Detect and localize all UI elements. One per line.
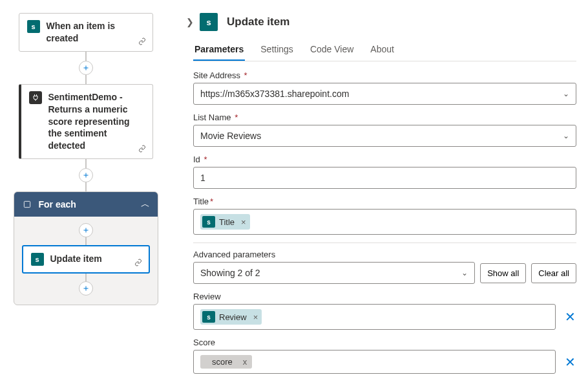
trigger-label: When an item is created — [47, 20, 145, 45]
add-step-button[interactable] — [79, 281, 93, 296]
id-value: 1 — [200, 173, 205, 183]
update-item-label: Update item — [50, 253, 102, 265]
link-icon — [138, 38, 146, 47]
connector — [85, 75, 87, 84]
show-all-button[interactable]: Show all — [480, 263, 526, 283]
details-title: Update item — [227, 16, 289, 28]
divider — [193, 242, 576, 243]
loop-icon — [22, 199, 32, 210]
sharepoint-icon: s — [202, 311, 215, 323]
clear-field-icon[interactable]: ✕ — [563, 309, 576, 325]
sharepoint-icon: s — [27, 20, 40, 33]
chevron-down-icon: ⌄ — [563, 89, 569, 98]
site-address-dropdown[interactable]: https://m365x373381.sharepoint.com ⌄ — [193, 83, 576, 105]
connector — [85, 159, 87, 168]
field-title: Title* s Title × — [193, 197, 576, 235]
connector — [85, 237, 87, 245]
connector-icon — [29, 91, 42, 104]
advanced-dropdown[interactable]: Showing 2 of 2 ⌄ — [193, 262, 475, 284]
foreach-label: For each — [39, 199, 134, 210]
trigger-card[interactable]: s When an item is created — [19, 13, 153, 52]
clear-field-icon[interactable]: ✕ — [563, 354, 576, 370]
foreach-container: For each ︿ s Update item — [14, 191, 158, 305]
connector — [85, 274, 87, 281]
field-list-name: List Name * Movie Reviews ⌄ — [193, 113, 576, 147]
add-step-button[interactable] — [79, 223, 93, 237]
tab-parameters[interactable]: Parameters — [193, 39, 245, 61]
connector — [85, 52, 87, 61]
label-id: Id * — [193, 155, 576, 164]
sentiment-card[interactable]: SentimentDemo - Returns a numeric score … — [19, 84, 153, 159]
label-title: Title* — [193, 197, 576, 206]
advanced-value: Showing 2 of 2 — [200, 268, 260, 278]
review-input[interactable]: s Review × — [193, 304, 556, 330]
foreach-header[interactable]: For each ︿ — [14, 192, 158, 217]
sentiment-label: SentimentDemo - Returns a numeric score … — [48, 91, 145, 152]
title-input[interactable]: s Title × — [193, 209, 576, 235]
details-panel: ❯ s Update item Parameters Settings Code… — [171, 0, 588, 388]
label-review: Review — [193, 292, 576, 301]
foreach-body: s Update item — [14, 217, 158, 305]
field-site-address: Site Address * https://m365x373381.share… — [193, 70, 576, 105]
chevron-down-icon: ⌄ — [563, 131, 569, 140]
list-name-dropdown[interactable]: Movie Reviews ⌄ — [193, 125, 576, 147]
site-address-value: https://m365x373381.sharepoint.com — [200, 89, 349, 99]
title-token[interactable]: s Title × — [200, 214, 250, 230]
remove-token-icon[interactable]: × — [241, 217, 246, 227]
chevron-up-icon: ︿ — [141, 199, 150, 210]
update-item-card[interactable]: s Update item — [22, 245, 150, 274]
remove-token-icon[interactable]: x — [243, 357, 247, 367]
tab-code-view[interactable]: Code View — [309, 39, 355, 61]
sharepoint-icon: s — [200, 13, 218, 31]
label-list-name: List Name * — [193, 113, 576, 122]
sharepoint-icon: s — [202, 216, 215, 228]
tab-settings[interactable]: Settings — [259, 39, 295, 61]
clear-all-button[interactable]: Clear all — [531, 263, 576, 283]
label-score: Score — [193, 338, 576, 347]
svg-rect-4 — [24, 202, 30, 208]
field-advanced: Advanced parameters Showing 2 of 2 ⌄ Sho… — [193, 250, 576, 284]
link-icon — [138, 145, 146, 155]
score-input[interactable]: score x — [193, 350, 556, 374]
id-input[interactable]: 1 — [193, 167, 576, 189]
field-id: Id * 1 — [193, 155, 576, 189]
tabs: Parameters Settings Code View About — [193, 39, 576, 61]
details-header: ❯ s Update item — [184, 12, 576, 32]
field-score: Score score x ✕ — [193, 338, 576, 374]
tab-about[interactable]: About — [369, 39, 395, 61]
connector — [85, 182, 87, 191]
field-review: Review s Review × ✕ — [193, 292, 576, 330]
add-step-button[interactable] — [79, 168, 93, 182]
collapse-chevron-icon[interactable]: ❯ — [184, 12, 196, 32]
label-advanced: Advanced parameters — [193, 250, 576, 259]
sharepoint-icon: s — [31, 253, 44, 266]
flow-canvas: s When an item is created SentimentDemo … — [0, 0, 171, 388]
add-step-button[interactable] — [79, 61, 93, 75]
remove-token-icon[interactable]: × — [253, 312, 258, 322]
list-name-value: Movie Reviews — [200, 131, 261, 141]
score-token[interactable]: score x — [200, 355, 252, 369]
chevron-down-icon: ⌄ — [461, 268, 468, 277]
review-token[interactable]: s Review × — [200, 309, 262, 325]
label-site-address: Site Address * — [193, 70, 576, 80]
link-icon — [134, 259, 142, 268]
